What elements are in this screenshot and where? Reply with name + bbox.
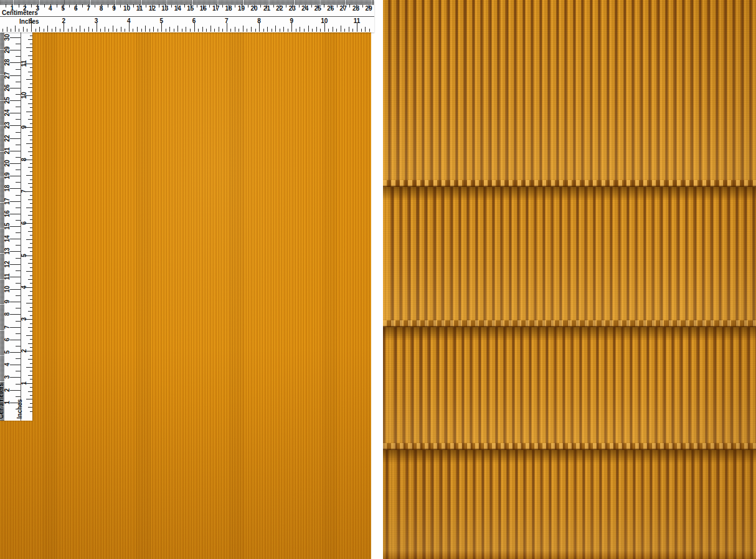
cm-tick bbox=[37, 4, 38, 9]
inch-tick bbox=[24, 256, 32, 256]
inch-tick bbox=[19, 29, 19, 32]
inch-tick bbox=[28, 375, 32, 376]
inch-tick bbox=[30, 323, 33, 324]
cm-tick bbox=[349, 4, 350, 7]
cm-tick bbox=[133, 4, 134, 7]
cm-tick bbox=[127, 4, 128, 9]
inch-tick bbox=[80, 26, 80, 32]
cm-tick bbox=[10, 327, 21, 328]
cm-tick bbox=[369, 4, 369, 9]
inch-tick bbox=[28, 343, 32, 344]
cm-tick bbox=[16, 170, 21, 170]
inch-tick bbox=[26, 175, 32, 176]
inch-tick bbox=[272, 29, 272, 32]
cm-tick bbox=[337, 4, 338, 7]
inch-tick bbox=[333, 27, 333, 32]
inch-tick bbox=[28, 279, 32, 280]
cm-tick bbox=[254, 4, 255, 9]
inch-tick bbox=[11, 29, 11, 32]
fold-edge bbox=[383, 180, 756, 187]
cm-tick bbox=[10, 302, 21, 302]
cm-tick bbox=[10, 100, 21, 101]
inch-tick bbox=[194, 23, 195, 32]
inch-tick bbox=[283, 27, 284, 32]
cm-tick bbox=[286, 4, 286, 7]
cm-tick bbox=[16, 44, 21, 44]
cm-tick bbox=[356, 4, 357, 9]
inch-tick bbox=[28, 327, 32, 328]
inch-tick bbox=[30, 275, 33, 276]
cm-tick bbox=[10, 37, 21, 38]
inch-tick bbox=[30, 67, 33, 68]
inch-tick bbox=[320, 29, 321, 32]
cm-tick bbox=[10, 50, 21, 50]
inch-tick bbox=[64, 23, 64, 32]
inch-tick bbox=[28, 231, 32, 232]
inch-tick bbox=[30, 411, 33, 412]
inch-tick bbox=[30, 363, 33, 364]
fold-layer bbox=[383, 187, 756, 327]
inch-tick bbox=[344, 29, 345, 32]
inch-tick bbox=[169, 27, 170, 32]
fold-edge bbox=[383, 320, 756, 327]
cm-tick bbox=[10, 239, 21, 239]
cm-tick bbox=[16, 409, 21, 409]
cm-tick bbox=[318, 4, 318, 9]
inch-tick bbox=[328, 29, 329, 32]
cm-tick bbox=[76, 4, 77, 9]
cm-tick bbox=[305, 4, 306, 9]
cm-tick bbox=[331, 4, 331, 9]
inch-tick bbox=[24, 319, 32, 320]
cm-tick bbox=[63, 4, 64, 9]
cm-tick bbox=[242, 4, 242, 9]
inch-tick bbox=[28, 199, 32, 200]
cm-tick bbox=[10, 403, 21, 403]
cm-tick bbox=[10, 214, 21, 214]
inch-tick bbox=[349, 27, 349, 32]
inch-tick bbox=[24, 351, 32, 351]
cm-tick bbox=[82, 4, 83, 7]
cm-tick bbox=[16, 295, 21, 296]
inch-tick bbox=[222, 29, 223, 32]
cm-tick bbox=[235, 4, 235, 7]
inch-tick bbox=[27, 29, 27, 32]
inch-tick bbox=[105, 27, 105, 32]
inch-tick bbox=[30, 283, 33, 284]
cm-tick bbox=[362, 4, 363, 7]
cm-tick bbox=[16, 283, 21, 284]
inch-tick bbox=[255, 29, 256, 32]
inch-tick bbox=[30, 203, 33, 204]
fabric-vignette bbox=[0, 0, 371, 559]
inch-tick bbox=[361, 29, 362, 32]
inch-tick bbox=[214, 29, 215, 32]
inch-tick bbox=[28, 263, 32, 264]
cm-tick bbox=[139, 4, 140, 9]
cm-tick bbox=[19, 4, 19, 7]
inch-tick bbox=[30, 331, 33, 332]
inch-tick bbox=[30, 59, 33, 60]
cm-tick bbox=[16, 220, 21, 221]
cm-tick bbox=[16, 346, 21, 346]
inch-tick bbox=[30, 123, 33, 124]
inch-tick bbox=[30, 99, 33, 100]
inch-tick bbox=[125, 29, 125, 32]
inch-tick bbox=[369, 29, 370, 32]
cm-tick bbox=[273, 4, 274, 7]
inch-tick bbox=[308, 26, 309, 32]
inch-tick bbox=[365, 27, 366, 32]
inch-tick bbox=[161, 23, 162, 32]
inch-tick bbox=[26, 271, 32, 272]
inch-tick bbox=[26, 367, 32, 368]
cm-tick bbox=[10, 264, 21, 265]
inch-tick bbox=[28, 359, 32, 360]
inch-tick bbox=[145, 26, 146, 32]
inch-tick bbox=[30, 355, 33, 356]
inch-tick bbox=[30, 219, 33, 220]
inch-tick bbox=[28, 87, 32, 88]
inch-tick bbox=[129, 23, 130, 32]
inch-tick bbox=[28, 103, 32, 104]
inch-tick bbox=[202, 27, 203, 32]
cm-tick bbox=[16, 321, 21, 322]
inch-tick bbox=[108, 29, 109, 32]
inch-tick bbox=[28, 135, 32, 136]
